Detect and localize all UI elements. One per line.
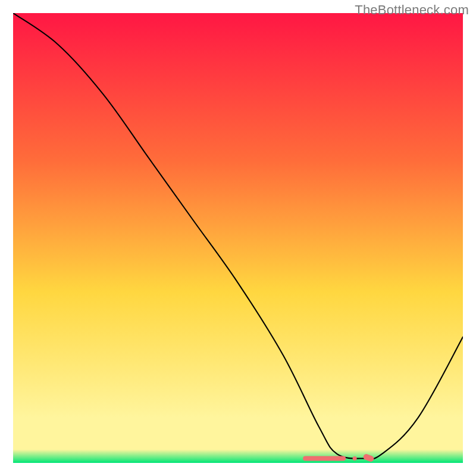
bottleneck-chart (13, 13, 463, 463)
chart-container (13, 13, 463, 463)
svg-rect-0 (303, 456, 346, 461)
chart-background (13, 13, 463, 463)
watermark-text: TheBottleneck.com (355, 2, 469, 18)
svg-point-1 (353, 456, 357, 461)
